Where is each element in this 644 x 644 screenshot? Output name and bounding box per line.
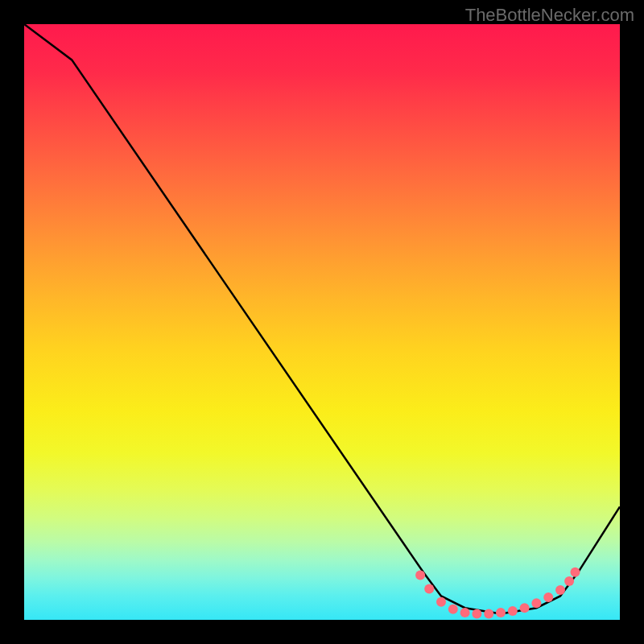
data-marker	[424, 584, 434, 594]
data-marker	[555, 585, 565, 595]
data-marker	[531, 598, 541, 608]
chart-svg	[24, 24, 620, 620]
data-marker	[520, 603, 530, 613]
watermark-text: TheBottleNecker.com	[465, 5, 634, 26]
data-marker	[571, 568, 580, 577]
data-marker	[436, 597, 446, 607]
data-marker	[484, 609, 493, 619]
plot-area	[24, 24, 620, 620]
data-marker	[496, 608, 506, 617]
data-marker	[460, 608, 470, 617]
curve-path	[24, 24, 620, 614]
data-marker	[448, 605, 458, 614]
data-marker	[472, 609, 481, 619]
data-marker	[564, 576, 574, 586]
data-marker	[543, 592, 553, 602]
data-marker	[508, 606, 518, 616]
data-marker	[415, 571, 425, 580]
